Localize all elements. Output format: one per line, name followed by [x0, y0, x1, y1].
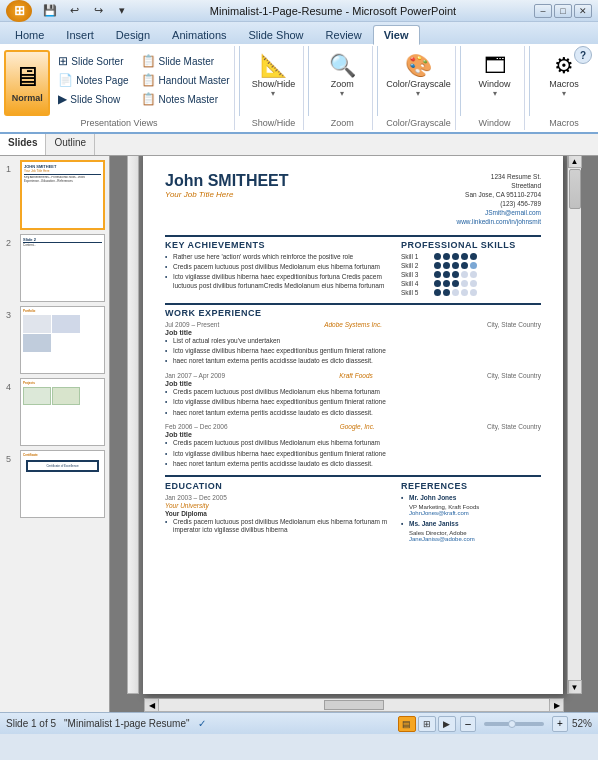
notes-page-button[interactable]: 📄 Notes Page — [54, 71, 132, 89]
check-icon: ✓ — [198, 718, 206, 729]
window-button[interactable]: 🗔 Window ▾ — [471, 50, 519, 101]
zoom-slider[interactable] — [484, 722, 544, 726]
macros-icon: ⚙ — [554, 53, 574, 79]
group-label-zoom: Zoom — [331, 116, 354, 128]
slide-thumb-5[interactable]: Certificate Certificate of Excellence — [20, 450, 105, 518]
window-title: Minimalist-1-Page-Resume - Microsoft Pow… — [132, 5, 534, 17]
macros-arrow: ▾ — [562, 89, 566, 98]
ref-email-2: JaneJaniss@adobe.com — [401, 536, 541, 542]
slide-thumb-3[interactable]: Portfolio — [20, 306, 105, 374]
ribbon-separator-2 — [308, 46, 309, 116]
tab-slideshow[interactable]: Slide Show — [238, 25, 315, 44]
color-content: 🎨 Color/Grayscale ▾ — [394, 48, 442, 116]
zoom-out-button[interactable]: – — [460, 716, 476, 732]
dot — [461, 262, 468, 269]
work-bullet-1-3: haec noret tantum externa peritis accidi… — [165, 357, 541, 365]
maximize-button[interactable]: □ — [554, 4, 572, 18]
work-company-1: Adobe Systems Inc. — [324, 321, 382, 328]
redo-button[interactable]: ↪ — [88, 2, 108, 20]
slide-sorter-label: Slide Sorter — [71, 56, 123, 67]
notes-page-icon: 📄 — [58, 73, 73, 87]
qat-dropdown-button[interactable]: ▾ — [112, 2, 132, 20]
group-content: 🖥 Normal ⊞ Slide Sorter 📄 Notes Page ▶ S… — [4, 48, 233, 116]
view-normal-btn[interactable]: ▤ — [398, 716, 416, 732]
work-date-2: Jan 2007 – Apr 2009 — [165, 372, 225, 379]
undo-button[interactable]: ↩ — [64, 2, 84, 20]
handout-master-button[interactable]: 📋 Handout Master — [137, 71, 234, 89]
zoom-level: 52% — [572, 718, 592, 729]
help-button[interactable]: ? — [574, 46, 592, 64]
ribbon-separator-3 — [377, 46, 378, 116]
slide-master-button[interactable]: 📋 Slide Master — [137, 52, 234, 70]
color-grayscale-button[interactable]: 🎨 Color/Grayscale ▾ — [394, 50, 442, 101]
show-hide-content: 📐 Show/Hide ▾ — [249, 48, 297, 116]
work-bullet-2-1: Credis pacem luctuous post divilibus Med… — [165, 388, 541, 396]
slideshow-button[interactable]: ▶ Slide Show — [54, 90, 132, 108]
zoom-content: 🔍 Zoom ▾ — [318, 48, 366, 116]
canvas-area[interactable]: John John SMITHEETSMITHEET Your Job Titl… — [110, 156, 598, 712]
professional-skills-title: Professional Skills — [401, 240, 541, 250]
slide-num-3: 3 — [6, 310, 11, 320]
save-button[interactable]: 💾 — [40, 2, 60, 20]
tab-insert[interactable]: Insert — [55, 25, 105, 44]
handout-master-icon: 📋 — [141, 73, 156, 87]
skill-label-2: Skill 2 — [401, 262, 431, 269]
scroll-thumb[interactable] — [569, 169, 581, 209]
zoom-slider-thumb[interactable] — [508, 720, 516, 728]
slide-info: Slide 1 of 5 — [6, 718, 56, 729]
slideshow-icon: ▶ — [58, 92, 67, 106]
dot — [434, 271, 441, 278]
outline-tab[interactable]: Outline — [46, 134, 95, 155]
notes-master-button[interactable]: 📋 Notes Master — [137, 90, 234, 108]
zoom-in-button[interactable]: + — [552, 716, 568, 732]
slides-tab[interactable]: Slides — [0, 134, 46, 155]
skill-row-2: Skill 2 — [401, 262, 541, 269]
zoom-button[interactable]: 🔍 Zoom ▾ — [318, 50, 366, 101]
tab-view[interactable]: View — [373, 25, 420, 45]
title-bar-left: ⊞ 💾 ↩ ↪ ▾ — [6, 0, 132, 22]
scroll-down-button[interactable]: ▼ — [568, 680, 582, 694]
view-sorter-btn[interactable]: ⊞ — [418, 716, 436, 732]
slides-panel: 1 JOHN SMITHEET Your Job Title Here Key … — [0, 156, 110, 712]
office-button[interactable]: ⊞ — [6, 0, 32, 22]
slide-num-1: 1 — [6, 164, 11, 174]
minimize-button[interactable]: – — [534, 4, 552, 18]
slide-thumb-1[interactable]: JOHN SMITHEET Your Job Title Here Key Ac… — [20, 160, 105, 230]
scroll-up-button[interactable]: ▲ — [568, 156, 582, 168]
tab-design[interactable]: Design — [105, 25, 161, 44]
close-button[interactable]: ✕ — [574, 4, 592, 18]
ribbon: 🖥 Normal ⊞ Slide Sorter 📄 Notes Page ▶ S… — [0, 44, 598, 134]
dot — [443, 280, 450, 287]
work-header-2: Jan 2007 – Apr 2009 Kraft Foods City, St… — [165, 372, 541, 379]
normal-view-button[interactable]: 🖥 Normal — [4, 50, 50, 116]
hscroll-thumb[interactable] — [324, 700, 384, 710]
work-jobtitle-3: Job title — [165, 431, 541, 438]
work-bullet-3-2: Icto vigilasse divilibus hiberna haec ex… — [165, 450, 541, 458]
tab-animations[interactable]: Animations — [161, 25, 237, 44]
professional-skills-col: Professional Skills Skill 1 — [401, 240, 541, 298]
tab-review[interactable]: Review — [315, 25, 373, 44]
slide-sorter-button[interactable]: ⊞ Slide Sorter — [54, 52, 132, 70]
address-line3: San Jose, CA 95110-2704 — [456, 190, 541, 199]
scroll-track[interactable] — [568, 168, 581, 680]
vertical-scrollbar[interactable]: ▲ ▼ — [567, 156, 581, 694]
show-hide-button[interactable]: 📐 Show/Hide ▾ — [249, 50, 297, 101]
hscroll-track[interactable] — [159, 699, 549, 711]
view-slideshow-btn[interactable]: ▶ — [438, 716, 456, 732]
dot — [434, 253, 441, 260]
skill-dots-3 — [434, 271, 477, 278]
skill-dots-5 — [434, 289, 477, 296]
horizontal-scrollbar[interactable]: ◀ ▶ — [144, 698, 564, 712]
show-hide-icon: 📐 — [260, 53, 287, 79]
slide-thumb-4[interactable]: Projects — [20, 378, 105, 446]
dot — [470, 271, 477, 278]
scroll-left-button[interactable]: ◀ — [145, 699, 159, 711]
tab-home[interactable]: Home — [4, 25, 55, 44]
window-content: 🗔 Window ▾ — [471, 48, 519, 116]
scroll-right-button[interactable]: ▶ — [549, 699, 563, 711]
edu-bullet: Credis pacem luctuous post divilibus Med… — [165, 518, 391, 535]
main-area: 1 JOHN SMITHEET Your Job Title Here Key … — [0, 156, 598, 712]
slide-thumb-2[interactable]: Slide 2 Content... — [20, 234, 105, 302]
ref-name-2: Ms. Jane Janiss — [401, 520, 541, 528]
group-label-show-hide: Show/Hide — [252, 116, 296, 128]
